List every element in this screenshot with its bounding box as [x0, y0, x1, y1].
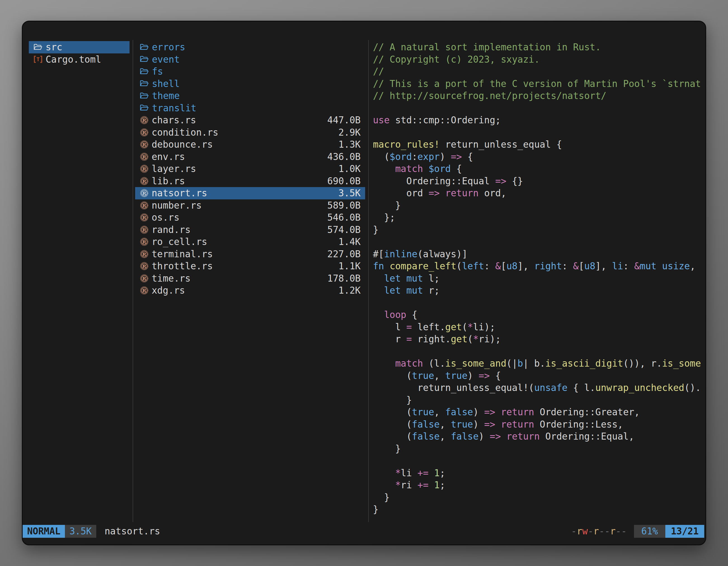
rust-icon: R [140, 262, 149, 271]
code-line: use std::cmp::Ordering; [373, 114, 705, 126]
code-line: r = right.get(*ri); [373, 333, 705, 345]
rust-icon: R [140, 116, 149, 125]
file-row[interactable]: Renv.rs436.0B [135, 151, 365, 163]
file-row[interactable]: Rro_cell.rs1.4K [135, 236, 365, 248]
svg-text:R: R [142, 154, 146, 160]
file-size: 436.0B [322, 151, 361, 162]
file-name: event [152, 54, 180, 65]
file-name: layer.rs [152, 163, 196, 174]
file-size: 178.0B [322, 273, 361, 284]
file-row[interactable]: TCargo.toml [29, 53, 130, 66]
code-line: } [373, 394, 705, 406]
code-line: // [373, 65, 705, 78]
code-line: (false, true) => return Ordering::Less, [373, 418, 705, 431]
file-name: env.rs [152, 151, 185, 162]
folder-row[interactable]: fs [135, 65, 365, 78]
code-line: (false, false) => return Ordering::Equal… [373, 430, 705, 443]
file-row[interactable]: Rlib.rs690.0B [135, 175, 365, 187]
file-row[interactable]: Rcondition.rs2.9K [135, 126, 365, 139]
file-size: 589.0B [322, 200, 361, 211]
svg-text:R: R [142, 166, 146, 172]
code-line: match $ord { [373, 163, 705, 175]
file-name: chars.rs [152, 115, 196, 126]
code-line: // A natural sort implementation in Rust… [373, 41, 705, 53]
rust-icon: R [140, 140, 149, 149]
code-line [373, 297, 705, 309]
toml-icon: T [33, 55, 43, 64]
file-name: errors [152, 42, 185, 53]
code-line: ord => return ord, [373, 187, 705, 200]
folder-row[interactable]: event [135, 53, 365, 66]
file-row[interactable]: Rlayer.rs1.0K [135, 163, 365, 175]
folder-icon [140, 104, 149, 112]
file-name: time.rs [152, 273, 191, 284]
folder-row[interactable]: theme [135, 90, 365, 102]
folder-row[interactable]: translit [135, 102, 365, 114]
svg-text:R: R [142, 239, 146, 245]
preview-pane: // A natural sort implementation in Rust… [373, 41, 705, 522]
scroll-percent-badge: 61% [634, 525, 665, 538]
code-line: let mut l; [373, 273, 705, 285]
code-line [373, 345, 705, 358]
file-name: terminal.rs [152, 249, 213, 260]
svg-text:R: R [142, 142, 146, 147]
code-line: } [373, 503, 705, 516]
code-line: // http://sourcefrog.net/projects/natsor… [373, 90, 705, 102]
code-line: } [373, 491, 705, 504]
file-row[interactable]: Rxdg.rs1.2K [135, 284, 365, 297]
status-filename: natsort.rs [100, 525, 165, 538]
file-name: xdg.rs [152, 285, 185, 296]
file-name: number.rs [152, 200, 202, 211]
folder-row[interactable]: errors [135, 41, 365, 53]
file-row[interactable]: Ros.rs546.0B [135, 212, 365, 224]
code-line [373, 236, 705, 248]
file-size: 1.0K [333, 163, 361, 174]
code-line: (true, false) => return Ordering::Greate… [373, 406, 705, 418]
svg-text:R: R [142, 276, 146, 281]
file-name: theme [152, 90, 180, 101]
file-row[interactable]: Rthrottle.rs1.1K [135, 260, 365, 273]
code-line: } [373, 200, 705, 212]
file-size: 546.0B [322, 212, 361, 223]
rust-icon: R [140, 164, 149, 173]
file-size: 1.1K [333, 261, 361, 272]
code-line: macro_rules! return_unless_equal { [373, 139, 705, 151]
file-size: 2.9K [333, 127, 361, 138]
folder-icon [140, 92, 149, 100]
file-row[interactable]: Rterminal.rs227.0B [135, 248, 365, 261]
file-row[interactable]: Rdebounce.rs1.3K [135, 139, 365, 151]
pane-divider-left [133, 40, 133, 522]
file-name: os.rs [152, 212, 179, 223]
file-name: ro_cell.rs [152, 236, 207, 247]
mode-badge: NORMAL [23, 525, 65, 538]
file-name: shell [152, 78, 180, 89]
rust-icon: R [140, 213, 149, 222]
folder-icon [140, 67, 149, 76]
rust-icon: R [140, 152, 149, 161]
folder-icon [140, 43, 149, 51]
status-right: -rw-r--r-- 61% 13/21 [571, 525, 705, 538]
svg-text:T: T [36, 56, 40, 63]
code-line: l = left.get(*li); [373, 321, 705, 333]
code-line: }; [373, 212, 705, 224]
rust-icon: R [140, 286, 149, 295]
svg-text:R: R [142, 288, 146, 293]
svg-text:R: R [142, 203, 146, 208]
file-row[interactable]: Rrand.rs574.0B [135, 224, 365, 236]
file-row[interactable]: Rnatsort.rs3.5K [135, 187, 365, 200]
parent-pane: srcTCargo.toml [29, 41, 130, 65]
file-row[interactable]: Rnumber.rs589.0B [135, 200, 365, 212]
file-name: src [46, 42, 62, 53]
folder-row[interactable]: src [29, 41, 130, 53]
folder-row[interactable]: shell [135, 78, 365, 90]
pane-divider-right [368, 40, 369, 522]
svg-text:R: R [142, 130, 146, 135]
code-line: } [373, 224, 705, 236]
file-name: lib.rs [152, 176, 185, 187]
file-row[interactable]: Rchars.rs447.0B [135, 114, 365, 126]
code-line: fn compare_left(left: &[u8], right: &[u8… [373, 260, 705, 273]
file-row[interactable]: Rtime.rs178.0B [135, 273, 365, 285]
file-size: 574.0B [322, 224, 361, 235]
rust-icon: R [140, 225, 149, 234]
file-name: translit [152, 103, 196, 114]
